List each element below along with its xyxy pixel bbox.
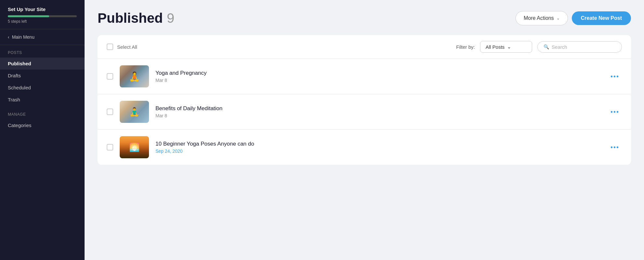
filter-bar: Select All Filter by: All Posts ⌄ 🔍 Sear… [98, 35, 631, 59]
select-all-label[interactable]: Select All [117, 44, 137, 50]
post-title-1: Yoga and Pregnancy [155, 70, 601, 76]
sidebar-item-published[interactable]: Published [0, 58, 85, 70]
sidebar-item-label-published: Published [8, 61, 31, 66]
filter-select-dropdown[interactable]: All Posts ⌄ [480, 41, 532, 53]
post-actions-button-1[interactable]: ••• [608, 72, 622, 82]
post-thumbnail-image-2 [120, 101, 149, 123]
post-checkbox-2[interactable] [107, 109, 113, 115]
main-menu-label: Main Menu [12, 34, 34, 40]
filter-right: Filter by: All Posts ⌄ 🔍 Search [456, 41, 622, 53]
post-row[interactable]: 10 Beginner Yoga Poses Anyone can do Sep… [98, 130, 631, 165]
sidebar-item-trash[interactable]: Trash [0, 94, 85, 106]
posts-content-card: Select All Filter by: All Posts ⌄ 🔍 Sear… [98, 35, 631, 165]
sidebar-item-label-trash: Trash [8, 97, 20, 102]
post-row[interactable]: Benefits of Daily Meditation Mar 8 ••• [98, 94, 631, 130]
page-header: Published 9 More Actions ⌄ Create New Po… [98, 10, 631, 26]
manage-section-label: Manage [0, 106, 85, 119]
filter-chevron-icon: ⌄ [507, 44, 511, 50]
search-placeholder: Search [552, 44, 567, 50]
post-actions-button-3[interactable]: ••• [608, 142, 622, 152]
steps-left-label: 5 steps left [8, 19, 77, 24]
post-date-2: Mar 8 [155, 113, 601, 118]
post-row[interactable]: Yoga and Pregnancy Mar 8 ••• [98, 59, 631, 94]
sidebar-item-scheduled[interactable]: Scheduled [0, 82, 85, 94]
post-info-1: Yoga and Pregnancy Mar 8 [155, 70, 601, 83]
more-actions-label: More Actions [524, 15, 554, 21]
post-date-3: Sep 24, 2020 [155, 149, 601, 154]
posts-section-label: Posts [0, 45, 85, 58]
filter-by-label: Filter by: [456, 44, 475, 50]
post-thumbnail-image-3 [120, 136, 149, 158]
search-icon: 🔍 [543, 44, 549, 49]
post-checkbox-3[interactable] [107, 144, 113, 150]
sidebar-item-drafts[interactable]: Drafts [0, 70, 85, 82]
page-title-text: Published [98, 10, 163, 26]
post-actions-button-2[interactable]: ••• [608, 107, 622, 117]
sidebar-setup-section: Set Up Your Site 5 steps left [0, 0, 85, 29]
sidebar-item-categories[interactable]: Categories [0, 119, 85, 131]
select-all-area: Select All [107, 44, 137, 50]
post-thumbnail-3 [120, 136, 149, 158]
main-menu-link[interactable]: ‹ Main Menu [0, 29, 85, 45]
post-thumbnail-2 [120, 101, 149, 123]
main-content: Published 9 More Actions ⌄ Create New Po… [85, 0, 644, 260]
post-info-3: 10 Beginner Yoga Poses Anyone can do Sep… [155, 141, 601, 154]
setup-title: Set Up Your Site [8, 6, 77, 12]
header-actions: More Actions ⌄ Create New Post [516, 11, 631, 25]
sidebar: Set Up Your Site 5 steps left ‹ Main Men… [0, 0, 85, 260]
sidebar-item-label-scheduled: Scheduled [8, 85, 31, 90]
post-thumbnail-1 [120, 65, 149, 87]
create-new-post-button[interactable]: Create New Post [572, 11, 631, 25]
post-thumbnail-image-1 [120, 65, 149, 87]
post-info-2: Benefits of Daily Meditation Mar 8 [155, 105, 601, 118]
post-title-2: Benefits of Daily Meditation [155, 105, 601, 112]
back-arrow-icon: ‹ [8, 34, 9, 40]
chevron-down-icon: ⌄ [557, 16, 560, 20]
create-new-post-label: Create New Post [581, 15, 622, 21]
post-title-3: 10 Beginner Yoga Poses Anyone can do [155, 141, 601, 147]
sidebar-item-label-drafts: Drafts [8, 73, 21, 78]
post-date-1: Mar 8 [155, 78, 601, 83]
page-title: Published 9 [98, 10, 174, 26]
progress-bar-background [8, 15, 77, 17]
filter-select-value: All Posts [486, 44, 504, 50]
sidebar-item-label-categories: Categories [8, 123, 32, 128]
progress-bar-fill [8, 15, 49, 17]
search-box[interactable]: 🔍 Search [537, 41, 622, 53]
page-title-count: 9 [167, 10, 174, 26]
select-all-checkbox[interactable] [107, 44, 113, 50]
post-checkbox-1[interactable] [107, 73, 113, 80]
more-actions-button[interactable]: More Actions ⌄ [516, 11, 568, 25]
